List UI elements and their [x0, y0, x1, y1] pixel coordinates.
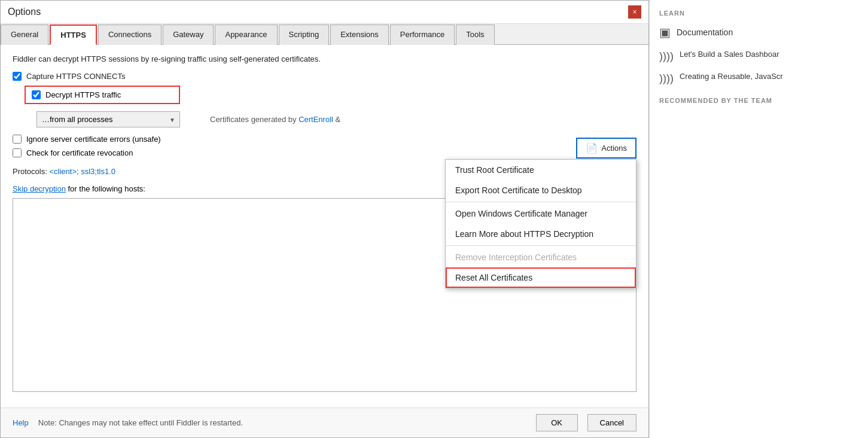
- menu-separator-2: [446, 245, 636, 246]
- tab-scripting[interactable]: Scripting: [279, 25, 330, 45]
- video-row-1: )))) Let's Build a Sales Dashboar: [659, 49, 858, 63]
- tab-appearance[interactable]: Appearance: [215, 25, 277, 45]
- tab-gateway[interactable]: Gateway: [163, 25, 214, 45]
- menu-item-learn-more[interactable]: Learn More about HTTPS Decryption: [446, 224, 636, 244]
- tab-performance[interactable]: Performance: [390, 25, 455, 45]
- main-window: Options × General HTTPS Connections Gate…: [0, 0, 868, 438]
- cancel-button[interactable]: Cancel: [587, 414, 636, 431]
- https-description: Fiddler can decrypt HTTPS sessions by re…: [13, 54, 636, 63]
- video-row-2: )))) Creating a Reusable, JavaScr: [659, 71, 858, 85]
- menu-item-remove-interception: Remove Interception Certificates: [446, 247, 636, 267]
- decrypt-https-row: Decrypt HTTPS traffic: [25, 86, 180, 104]
- video-icon-2: )))): [659, 72, 674, 85]
- ignore-cert-errors-row: Ignore server certificate errors (unsafe…: [13, 135, 636, 144]
- video-icon-1: )))): [659, 50, 674, 63]
- menu-item-open-cert-manager[interactable]: Open Windows Certificate Manager: [446, 203, 636, 224]
- protocols-label: Protocols:: [13, 167, 47, 176]
- options-dialog: Options × General HTTPS Connections Gate…: [0, 0, 649, 438]
- ignore-cert-checkbox[interactable]: [13, 135, 22, 144]
- tab-https[interactable]: HTTPS: [50, 25, 97, 45]
- tab-bar: General HTTPS Connections Gateway Appear…: [1, 24, 648, 45]
- learn-sidebar: LEARN ▣ Documentation )))) Let's Build a…: [649, 0, 868, 438]
- title-bar: Options ×: [1, 1, 648, 24]
- check-revocation-checkbox[interactable]: [13, 148, 22, 157]
- capture-https-checkbox[interactable]: [13, 72, 22, 81]
- learn-title: LEARN: [659, 10, 858, 17]
- close-button[interactable]: ×: [628, 5, 641, 19]
- menu-item-reset-all[interactable]: Reset All Certificates: [446, 267, 636, 288]
- restart-note: Note: Changes may not take effect until …: [38, 418, 526, 427]
- help-link[interactable]: Help: [13, 418, 29, 427]
- menu-item-export-root[interactable]: Export Root Certificate to Desktop: [446, 180, 636, 200]
- skip-decryption-suffix: for the following hosts:: [66, 184, 145, 193]
- documentation-row: ▣ Documentation: [659, 25, 858, 39]
- actions-button[interactable]: 📄 Actions: [576, 138, 636, 159]
- menu-separator-1: [446, 202, 636, 202]
- tab-connections[interactable]: Connections: [98, 25, 162, 45]
- documentation-link[interactable]: Documentation: [677, 28, 733, 37]
- actions-icon: 📄: [586, 142, 598, 154]
- ok-button[interactable]: OK: [536, 414, 578, 431]
- cert-info-text: Certificates generated by CertEnroll &: [210, 115, 340, 124]
- recommended-title: RECOMMENDED BY THE TEAM: [659, 97, 858, 104]
- capture-https-label: Capture HTTPS CONNECTs: [26, 72, 125, 81]
- process-dropdown[interactable]: …from all processes …from browsers only …: [36, 111, 180, 127]
- actions-label: Actions: [601, 144, 627, 153]
- tab-general[interactable]: General: [1, 25, 48, 45]
- capture-https-row: Capture HTTPS CONNECTs: [13, 72, 636, 81]
- tab-extensions[interactable]: Extensions: [330, 25, 389, 45]
- menu-item-trust-root[interactable]: Trust Root Certificate: [446, 160, 636, 180]
- protocols-value: <client>; ssl3;tls1.0: [49, 167, 115, 176]
- skip-decryption-link[interactable]: Skip decryption: [13, 184, 66, 193]
- content-area: Fiddler can decrypt HTTPS sessions by re…: [1, 45, 648, 407]
- decrypt-https-checkbox[interactable]: [32, 90, 41, 99]
- video-link-2[interactable]: Creating a Reusable, JavaScr: [680, 71, 783, 82]
- decrypt-https-label: Decrypt HTTPS traffic: [45, 90, 121, 99]
- dialog-title: Options: [8, 7, 41, 17]
- check-revocation-label: Check for certificate revocation: [26, 148, 133, 157]
- process-dropdown-wrapper: …from all processes …from browsers only …: [36, 111, 180, 127]
- documentation-icon: ▣: [659, 25, 671, 39]
- ignore-cert-label: Ignore server certificate errors (unsafe…: [26, 135, 161, 144]
- cert-enroll-link[interactable]: CertEnroll: [299, 115, 333, 124]
- actions-menu: Trust Root Certificate Export Root Certi…: [445, 159, 636, 288]
- bottom-bar: Help Note: Changes may not take effect u…: [1, 407, 648, 437]
- check-revocation-row: Check for certificate revocation: [13, 148, 636, 157]
- tab-tools[interactable]: Tools: [456, 25, 494, 45]
- video-link-1[interactable]: Let's Build a Sales Dashboar: [680, 49, 779, 60]
- actions-area: 📄 Actions Trust Root Certificate Export …: [576, 138, 636, 159]
